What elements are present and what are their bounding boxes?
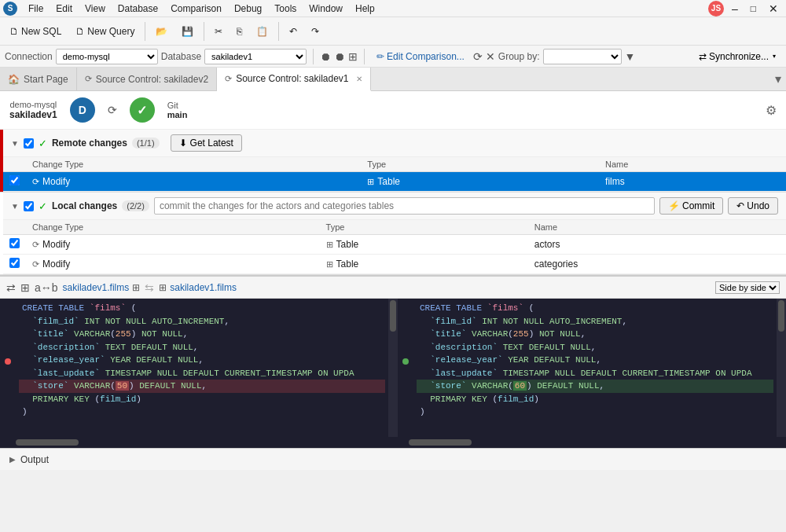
local-row-1-change-type: ⟳ Modify xyxy=(26,235,320,255)
new-query-button[interactable]: 🗋 New Query xyxy=(69,23,141,40)
get-latest-button[interactable]: ⬇ Get Latest xyxy=(171,134,242,152)
sc-check-icon-btn[interactable]: ✓ xyxy=(130,97,155,123)
toolbar-sep-2 xyxy=(204,22,204,41)
toolbar-icon-2[interactable]: ⏺ xyxy=(334,50,345,63)
redo-button[interactable]: ↷ xyxy=(305,23,325,40)
filter-icon[interactable]: ▼ xyxy=(625,50,636,63)
remote-expand-icon[interactable]: ▼ xyxy=(11,139,19,148)
local-row-2-type: ⊞ Table xyxy=(320,255,528,274)
toolbar-icon-3[interactable]: ⊞ xyxy=(348,50,358,63)
menu-window[interactable]: Window xyxy=(303,2,349,16)
table-row[interactable]: ⟳ Modify ⊞ Table actors xyxy=(3,235,786,255)
local-section-header: ▼ ✓ Local changes (2/2) ⚡ Commit ↶ Undo xyxy=(3,193,786,220)
undo-commit-button[interactable]: ↶ Undo xyxy=(728,197,778,215)
local-row-1-checkbox[interactable] xyxy=(9,238,20,248)
menu-view[interactable]: View xyxy=(79,2,112,16)
local-section-checkbox[interactable] xyxy=(24,201,34,211)
local-row-1-checkbox-cell xyxy=(3,235,26,255)
commit-message-input[interactable] xyxy=(154,197,655,215)
new-query-icon: 🗋 xyxy=(75,26,85,37)
modify-icon: ⟳ xyxy=(32,240,39,250)
sc-db-icon-btn[interactable]: D xyxy=(70,97,95,123)
tab-start-icon: 🏠 xyxy=(8,74,20,85)
new-sql-button[interactable]: 🗋 New SQL xyxy=(3,23,68,40)
menu-edit[interactable]: Edit xyxy=(50,2,79,16)
diff-ignore-icon[interactable]: a↔b xyxy=(35,281,58,294)
diff-left-pane[interactable]: CREATE TABLE `films` ( `film_id` INT NOT… xyxy=(16,299,388,437)
sc-git-branch: main xyxy=(167,110,188,119)
diff-line: `release_year` YEAR DEFAULT NULL, xyxy=(19,354,385,367)
tab-list-button[interactable]: ▾ xyxy=(770,68,786,90)
remote-row-1-checkbox[interactable] xyxy=(9,175,20,185)
cut-button[interactable]: ✂ xyxy=(208,23,229,40)
sc-db-name: sakiladev1 xyxy=(9,109,57,120)
local-row-2-checkbox-cell xyxy=(3,255,26,274)
table-row[interactable]: ⟳ Modify ⊞ Table categories xyxy=(3,255,786,274)
diff-right-scrollbar[interactable] xyxy=(777,299,786,437)
menu-database[interactable]: Database xyxy=(112,2,164,16)
diff-left-scrollbar-corner xyxy=(384,437,393,448)
local-row-2-checkbox[interactable] xyxy=(9,258,20,268)
commit-button[interactable]: ⚡ Commit xyxy=(659,197,723,215)
window-maximize[interactable]: □ xyxy=(746,3,761,14)
tab-sc1[interactable]: ⟳ Source Control: sakiladev2 xyxy=(77,68,217,90)
get-latest-icon: ⬇ xyxy=(179,138,187,149)
toolbar-icon-1[interactable]: ⏺ xyxy=(320,50,331,63)
diff-view-select[interactable]: Side by side xyxy=(715,281,780,294)
local-row-2-name: categories xyxy=(528,255,786,274)
group-by-select[interactable] xyxy=(543,49,622,64)
paste-button[interactable]: 📋 xyxy=(250,23,274,40)
sc-settings-icon[interactable]: ⚙ xyxy=(766,103,777,118)
edit-comparison-button[interactable]: ✏ Edit Comparison... xyxy=(371,49,470,64)
menu-file[interactable]: File xyxy=(22,2,50,16)
diff-right-hscroll-thumb xyxy=(409,439,472,446)
remote-row-1-name: films xyxy=(599,172,786,192)
diff-right-gutter xyxy=(398,299,413,437)
menu-comparison[interactable]: Comparison xyxy=(164,2,228,16)
menu-debug[interactable]: Debug xyxy=(228,2,268,16)
local-expand-icon[interactable]: ▼ xyxy=(11,202,19,211)
menu-tools[interactable]: Tools xyxy=(268,2,303,16)
window-minimize[interactable]: – xyxy=(727,2,743,15)
menu-help[interactable]: Help xyxy=(349,2,381,16)
local-changes-section: ▼ ✓ Local changes (2/2) ⚡ Commit ↶ Undo xyxy=(0,193,786,275)
local-col-check xyxy=(3,220,26,235)
diff-line: `film_id` INT NOT NULL AUTO_INCREMENT, xyxy=(19,315,385,328)
tab-start-page[interactable]: 🏠 Start Page xyxy=(0,68,77,90)
diff-right-pane[interactable]: CREATE TABLE `films` ( `film_id` INT NOT… xyxy=(413,299,777,437)
diff-right-table-icon: ⊞ xyxy=(159,282,167,293)
table-row[interactable]: ⟳ Modify ⊞ Table films xyxy=(3,172,786,192)
open-button[interactable]: 📂 xyxy=(149,23,174,40)
local-changes-table: Change Type Type Name ⟳ Modify xyxy=(3,220,786,274)
connection-select[interactable]: demo-mysql xyxy=(56,49,158,64)
copy-button[interactable]: ⎘ xyxy=(230,23,248,40)
tab-sc2[interactable]: ⟳ Source Control: sakiladev1 ✕ xyxy=(217,68,370,91)
diff-left-hscroll[interactable] xyxy=(0,437,384,448)
diff-sync-scroll-icon[interactable]: ⇄ xyxy=(6,281,16,294)
local-section-row: ▼ ✓ Local changes (2/2) ⚡ Commit ↶ Undo xyxy=(0,193,786,274)
tab-sc2-close[interactable]: ✕ xyxy=(356,75,362,83)
diff-line-added: `store` VARCHAR(60) DEFAULT NULL, xyxy=(417,380,773,393)
close-comparison-icon[interactable]: ✕ xyxy=(486,50,495,63)
synchronize-button[interactable]: ⇄ Synchronize... ▾ xyxy=(693,49,781,64)
diff-line: `title` VARCHAR(255) NOT NULL, xyxy=(417,328,773,341)
sc-git-label: Git xyxy=(167,101,188,110)
undo-button[interactable]: ↶ xyxy=(283,23,303,40)
database-select[interactable]: sakiladev1 xyxy=(204,49,307,64)
remote-row-1-change-type: ⟳ Modify xyxy=(26,172,361,192)
diff-word-wrap-icon[interactable]: ⊞ xyxy=(20,281,30,294)
window-close[interactable]: ✕ xyxy=(764,2,783,15)
connection-bar: Connection demo-mysql Database sakiladev… xyxy=(0,46,786,68)
diff-left-scrollbar[interactable] xyxy=(388,299,398,437)
sc-refresh-icon[interactable]: ⟳ xyxy=(108,104,117,116)
output-bar[interactable]: ▶ Output xyxy=(0,448,786,470)
local-section-title: Local changes xyxy=(52,200,117,211)
diff-line: `film_id` INT NOT NULL AUTO_INCREMENT, xyxy=(417,315,773,328)
diff-line: PRIMARY KEY (film_id) xyxy=(417,393,773,406)
remote-col-change-type: Change Type xyxy=(26,157,361,172)
remote-row-1-type: ⊞ Table xyxy=(361,172,599,192)
save-button[interactable]: 💾 xyxy=(175,23,200,40)
refresh-icon[interactable]: ⟳ xyxy=(473,50,483,63)
diff-right-hscroll[interactable] xyxy=(393,437,777,448)
remote-section-checkbox[interactable] xyxy=(24,138,34,149)
